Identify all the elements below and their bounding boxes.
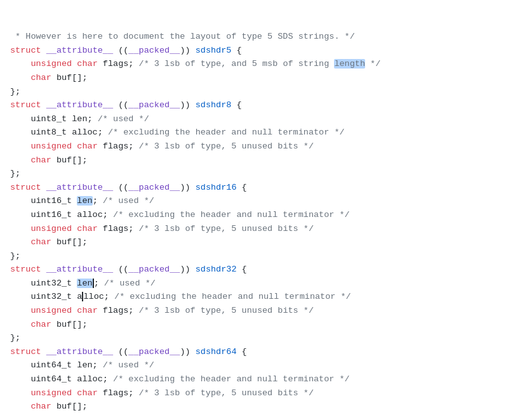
- comment-token: /* 3 lsb of type, and 5 msb of string: [139, 59, 335, 69]
- identifier-token: ((: [113, 347, 128, 357]
- keyword-token: char: [30, 73, 51, 82]
- code-line: uint16_t len; /* used */: [0, 194, 508, 208]
- code-line: char buf[];: [0, 400, 508, 414]
- identifier-token: uint16_t alloc;: [30, 210, 113, 220]
- keyword-token: char: [30, 155, 51, 165]
- identifier-token: loc;: [89, 292, 115, 301]
- identifier-token: {: [237, 183, 247, 192]
- code-line: };: [0, 167, 508, 181]
- code-line: uint8_t alloc; /* excluding the header a…: [0, 126, 508, 140]
- keyword-token: struct: [10, 100, 41, 110]
- identifier-token: };: [10, 333, 20, 343]
- identifier-token: buf[];: [51, 73, 88, 82]
- identifier-token: [41, 46, 46, 55]
- indent-token: [10, 279, 30, 288]
- identifier-token: };: [10, 169, 20, 178]
- code-line: uint8_t len; /* used */: [0, 112, 508, 126]
- comment-token: /* 3 lsb of type, 5 unused bits */: [139, 306, 314, 315]
- identifier-token: uint64_t len;: [30, 360, 102, 370]
- identifier-token: ;: [93, 196, 103, 206]
- comment-token: /* excluding the header and null termina…: [108, 128, 345, 137]
- indent-token: [10, 292, 30, 301]
- cursor-token: l: [82, 292, 88, 301]
- code-line: char buf[];: [0, 154, 508, 167]
- keyword-token: struct: [10, 265, 41, 274]
- identifier-token: uint16_t: [30, 196, 77, 206]
- attribute-token: __packed__: [128, 347, 180, 357]
- keyword-token: struct: [10, 347, 41, 357]
- comment-token: * However is here to document the layout…: [10, 32, 355, 41]
- identifier-token: buf[];: [51, 320, 88, 329]
- identifier-token: )): [180, 183, 195, 192]
- identifier-token: };: [10, 251, 20, 261]
- keyword-token: unsigned: [30, 388, 72, 398]
- indent-token: [10, 155, 30, 165]
- indent-token: [10, 306, 30, 315]
- identifier-token: flags;: [98, 224, 139, 233]
- keyword-token: char: [77, 224, 97, 233]
- code-line: * However is here to document the layout…: [0, 30, 508, 44]
- identifier-token: ((: [113, 100, 128, 110]
- code-line: };: [0, 85, 508, 99]
- identifier-token: [41, 100, 46, 110]
- attribute-token: __attribute__: [46, 347, 113, 357]
- indent-token: [10, 210, 30, 220]
- indent-token: [10, 114, 30, 124]
- keyword-token: char: [77, 59, 97, 69]
- identifier-token: [41, 265, 46, 274]
- keyword-token: unsigned: [30, 306, 72, 315]
- code-line: char buf[];: [0, 71, 508, 85]
- comment-token: /* 3 lsb of type, 5 unused bits */: [139, 224, 314, 233]
- identifier-token: uint32_t a: [30, 292, 82, 301]
- attribute-token: __attribute__: [46, 183, 113, 192]
- struct-name-token: sdshdr8: [196, 100, 232, 110]
- comment-token: /* excluding the header and null termina…: [113, 374, 350, 384]
- identifier-token: flags;: [98, 388, 139, 398]
- code-line: uint64_t alloc; /* excluding the header …: [0, 372, 508, 386]
- keyword-token: unsigned: [30, 224, 72, 233]
- struct-name-token: sdshdr32: [196, 265, 237, 274]
- identifier-token: ((: [113, 46, 128, 55]
- attribute-token: __packed__: [128, 183, 180, 192]
- identifier-token: };: [10, 87, 20, 96]
- comment-token: /* used */: [103, 196, 154, 206]
- code-line: struct __attribute__ ((__packed__)) sdsh…: [0, 98, 508, 112]
- code-line: unsigned char flags; /* 3 lsb of type, 5…: [0, 140, 508, 154]
- indent-token: [10, 320, 30, 329]
- keyword-token: char: [77, 306, 97, 315]
- identifier-token: )): [180, 265, 195, 274]
- code-line: uint32_t alloc; /* excluding the header …: [0, 290, 508, 304]
- comment-token: /* excluding the header and null termina…: [114, 292, 351, 301]
- identifier-token: uint8_t len;: [30, 114, 97, 124]
- indent-token: [10, 388, 30, 398]
- indent-token: [10, 73, 30, 82]
- code-line: char buf[];: [0, 235, 508, 249]
- keyword-token: unsigned: [30, 59, 72, 69]
- keyword-token: char: [77, 388, 97, 398]
- indent-token: [10, 402, 30, 411]
- attribute-token: __packed__: [128, 265, 180, 274]
- code-line: struct __attribute__ ((__packed__)) sdsh…: [0, 263, 508, 277]
- identifier-token: ((: [113, 265, 128, 274]
- identifier-token: {: [231, 100, 241, 110]
- code-line: uint64_t len; /* used */: [0, 358, 508, 372]
- identifier-token: uint8_t alloc;: [30, 128, 108, 137]
- code-line: struct __attribute__ ((__packed__)) sdsh…: [0, 44, 508, 58]
- identifier-token: )): [180, 347, 195, 357]
- keyword-token: char: [30, 320, 51, 329]
- code-editor: * However is here to document the layout…: [0, 0, 508, 416]
- keyword-token: struct: [10, 46, 41, 55]
- identifier-token: )): [180, 46, 195, 55]
- identifier-token: flags;: [98, 141, 139, 151]
- identifier-token: uint64_t alloc;: [30, 374, 113, 384]
- indent-token: [10, 196, 30, 206]
- comment-token: /* excluding the header and null termina…: [113, 210, 350, 220]
- struct-name-token: sdshdr5: [196, 46, 232, 55]
- keyword-token: char: [77, 141, 97, 151]
- identifier-token: buf[];: [51, 237, 88, 247]
- comment-token: /* used */: [104, 279, 156, 288]
- code-line: char buf[];: [0, 318, 508, 332]
- keyword-token: struct: [10, 183, 41, 192]
- keyword-token: char: [30, 237, 51, 247]
- identifier-token: buf[];: [51, 155, 88, 165]
